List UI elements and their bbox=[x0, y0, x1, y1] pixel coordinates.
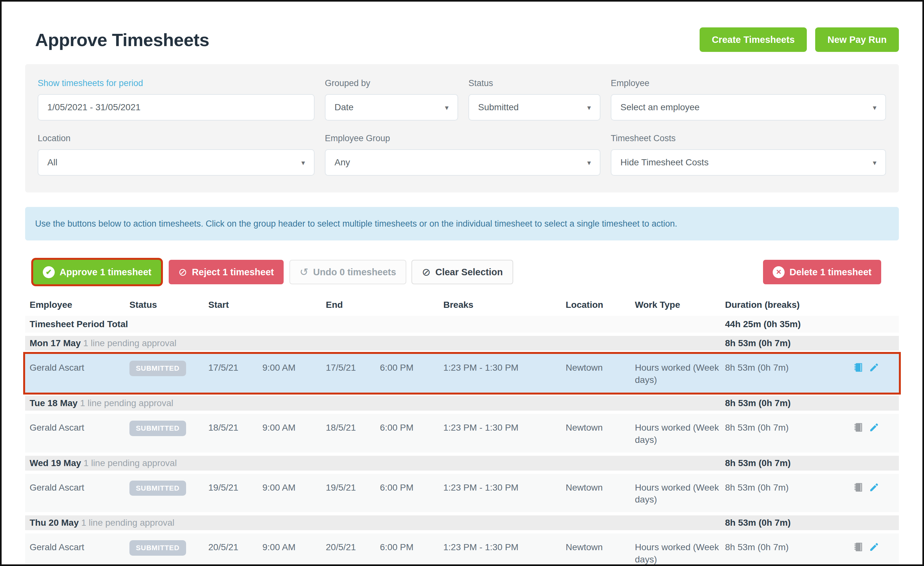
chevron-down-icon: ▼ bbox=[444, 104, 450, 111]
timesheet-costs-filter: Timesheet Costs Hide Timesheet Costs▼ bbox=[611, 134, 886, 176]
reject-timesheet-button[interactable]: ⊘ Reject 1 timesheet bbox=[169, 260, 284, 284]
group-day: Tue 18 May bbox=[30, 398, 78, 408]
group-note: 1 line pending approval bbox=[80, 398, 174, 408]
employee-value: Select an employee bbox=[620, 102, 700, 113]
reject-button-label: Reject 1 timesheet bbox=[192, 267, 274, 277]
row-location: Newtown bbox=[561, 541, 630, 566]
chevron-down-icon: ▼ bbox=[586, 160, 592, 167]
row-start-date: 20/5/21 bbox=[204, 541, 255, 566]
edit-pencil-icon[interactable] bbox=[869, 422, 879, 432]
row-breaks: 1:23 PM - 1:30 PM bbox=[439, 482, 561, 506]
period-date-range-input[interactable]: 1/05/2021 - 31/05/2021 bbox=[38, 94, 315, 120]
edit-pencil-icon[interactable] bbox=[869, 362, 879, 373]
info-banner: Use the buttons below to action timeshee… bbox=[25, 207, 899, 241]
page-title: Approve Timesheets bbox=[25, 29, 209, 50]
notes-icon[interactable] bbox=[854, 422, 864, 432]
action-bar: ✔ Approve 1 timesheet ⊘ Reject 1 timeshe… bbox=[25, 260, 899, 284]
period-total-label: Timesheet Period Total bbox=[25, 319, 720, 330]
undo-button-label: Undo 0 timesheets bbox=[313, 267, 396, 277]
employee-group-label: Employee Group bbox=[325, 134, 600, 143]
timesheet-groups: Mon 17 May 1 line pending approval 8h 53… bbox=[25, 336, 899, 566]
notes-icon[interactable] bbox=[854, 362, 864, 373]
x-circle-icon: ✕ bbox=[772, 266, 784, 278]
timesheet-costs-label: Timesheet Costs bbox=[611, 134, 886, 143]
location-label: Location bbox=[38, 134, 315, 143]
col-breaks: Breaks bbox=[439, 300, 561, 310]
group-duration: 8h 53m (0h 7m) bbox=[720, 338, 827, 348]
timesheet-row[interactable]: Gerald Ascart SUBMITTED 18/5/21 9:00 AM … bbox=[25, 414, 899, 453]
group-header-row[interactable]: Mon 17 May 1 line pending approval 8h 53… bbox=[25, 336, 899, 351]
check-circle-icon: ✔ bbox=[43, 266, 55, 278]
row-duration: 8h 53m (0h 7m) bbox=[720, 362, 827, 386]
no-entry-icon: ⊘ bbox=[422, 267, 430, 277]
row-end-time: 6:00 PM bbox=[373, 421, 439, 446]
grouped-by-select[interactable]: Date▼ bbox=[325, 94, 458, 120]
edit-pencil-icon[interactable] bbox=[869, 482, 879, 492]
col-work-type: Work Type bbox=[630, 300, 720, 310]
group-header-row[interactable]: Wed 19 May 1 line pending approval 8h 53… bbox=[25, 456, 899, 471]
row-location: Newtown bbox=[561, 362, 630, 386]
row-duration: 8h 53m (0h 7m) bbox=[720, 541, 827, 566]
row-work-type: Hours worked (Week days) bbox=[630, 541, 720, 566]
timesheet-costs-select[interactable]: Hide Timesheet Costs▼ bbox=[611, 149, 886, 176]
col-location: Location bbox=[561, 300, 630, 310]
row-employee: Gerald Ascart bbox=[25, 421, 125, 446]
status-filter: Status Submitted▼ bbox=[468, 78, 600, 120]
group-header-row[interactable]: Tue 18 May 1 line pending approval 8h 53… bbox=[25, 396, 899, 411]
row-start-time: 9:00 AM bbox=[255, 482, 321, 506]
row-work-type: Hours worked (Week days) bbox=[630, 362, 720, 386]
chevron-down-icon: ▼ bbox=[300, 160, 306, 167]
delete-button-label: Delete 1 timesheet bbox=[789, 267, 872, 277]
notes-icon[interactable] bbox=[854, 482, 864, 492]
row-end-time: 6:00 PM bbox=[373, 362, 439, 386]
row-end-date: 19/5/21 bbox=[321, 482, 373, 506]
row-end-date: 18/5/21 bbox=[321, 421, 373, 446]
approve-button-label: Approve 1 timesheet bbox=[60, 267, 152, 277]
undo-timesheets-button[interactable]: ↺ Undo 0 timesheets bbox=[290, 260, 406, 284]
location-filter: Location All▼ bbox=[38, 134, 315, 176]
timesheet-row[interactable]: Gerald Ascart SUBMITTED 17/5/21 9:00 AM … bbox=[25, 354, 899, 393]
group-duration: 8h 53m (0h 7m) bbox=[720, 398, 827, 408]
show-timesheets-for-period-link[interactable]: Show timesheets for period bbox=[38, 78, 315, 88]
grouped-by-value: Date bbox=[334, 102, 354, 113]
create-timesheets-button[interactable]: Create Timesheets bbox=[700, 27, 807, 52]
delete-timesheet-button[interactable]: ✕ Delete 1 timesheet bbox=[763, 260, 881, 284]
row-work-type: Hours worked (Week days) bbox=[630, 421, 720, 446]
grouped-by-label: Grouped by bbox=[325, 78, 458, 88]
topbar: Approve Timesheets Create Timesheets New… bbox=[25, 27, 899, 52]
col-start: Start bbox=[204, 300, 255, 310]
status-badge: SUBMITTED bbox=[129, 421, 186, 436]
status-value: Submitted bbox=[478, 102, 519, 113]
timesheet-costs-value: Hide Timesheet Costs bbox=[620, 157, 709, 168]
employee-group-select[interactable]: Any▼ bbox=[325, 149, 600, 176]
row-employee: Gerald Ascart bbox=[25, 482, 125, 506]
row-end-time: 6:00 PM bbox=[373, 541, 439, 566]
clear-selection-label: Clear Selection bbox=[435, 267, 503, 277]
new-pay-run-button[interactable]: New Pay Run bbox=[815, 27, 899, 52]
edit-pencil-icon[interactable] bbox=[869, 542, 879, 552]
period-total-duration: 44h 25m (0h 35m) bbox=[720, 319, 827, 330]
location-value: All bbox=[47, 157, 57, 168]
group-duration: 8h 53m (0h 7m) bbox=[720, 518, 827, 528]
row-employee: Gerald Ascart bbox=[25, 541, 125, 566]
clear-selection-button[interactable]: ⊘ Clear Selection bbox=[411, 260, 513, 284]
group-header-row[interactable]: Thu 20 May 1 line pending approval 8h 53… bbox=[25, 515, 899, 530]
status-select[interactable]: Submitted▼ bbox=[468, 94, 600, 120]
employee-label: Employee bbox=[611, 78, 886, 88]
col-end: End bbox=[321, 300, 373, 310]
timesheet-row[interactable]: Gerald Ascart SUBMITTED 20/5/21 9:00 AM … bbox=[25, 533, 899, 566]
group-day: Thu 20 May bbox=[30, 518, 78, 528]
employee-select[interactable]: Select an employee▼ bbox=[611, 94, 886, 120]
filter-panel: Show timesheets for period 1/05/2021 - 3… bbox=[25, 64, 899, 193]
timesheet-row[interactable]: Gerald Ascart SUBMITTED 19/5/21 9:00 AM … bbox=[25, 474, 899, 512]
row-end-date: 17/5/21 bbox=[321, 362, 373, 386]
approve-timesheet-button[interactable]: ✔ Approve 1 timesheet bbox=[33, 260, 161, 284]
location-select[interactable]: All▼ bbox=[38, 149, 315, 176]
row-start-date: 18/5/21 bbox=[204, 421, 255, 446]
notes-icon[interactable] bbox=[854, 542, 864, 552]
employee-filter: Employee Select an employee▼ bbox=[611, 78, 886, 120]
employee-group-filter: Employee Group Any▼ bbox=[325, 134, 600, 176]
chevron-down-icon: ▼ bbox=[872, 104, 878, 111]
group-duration: 8h 53m (0h 7m) bbox=[720, 458, 827, 468]
col-duration: Duration (breaks) bbox=[720, 300, 827, 310]
